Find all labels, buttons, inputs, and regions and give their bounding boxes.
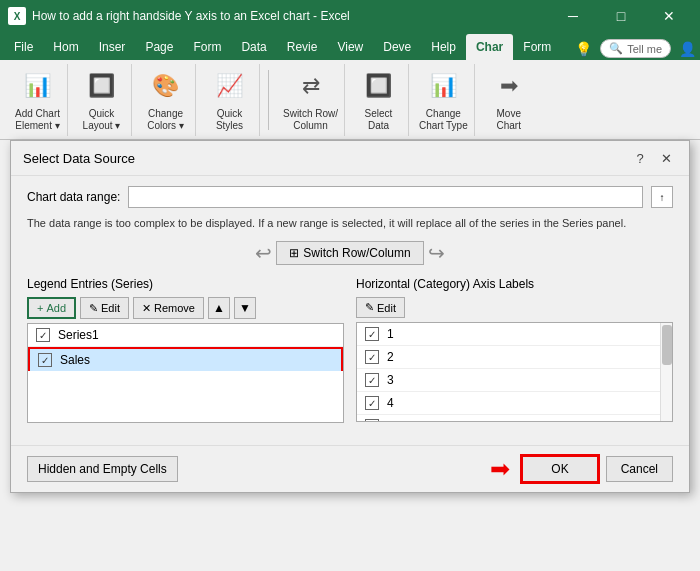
axis4-checkbox[interactable]: ✓ bbox=[365, 396, 379, 410]
cancel-button[interactable]: Cancel bbox=[606, 456, 673, 482]
close-button[interactable]: ✕ bbox=[646, 0, 692, 32]
ribbon-tabs: File Hom Inser Page Form Data Revie View… bbox=[0, 32, 700, 60]
title-bar: X How to add a right handside Y axis to … bbox=[0, 0, 700, 32]
change-type-label: ChangeChart Type bbox=[419, 108, 468, 132]
quick-styles-icon: 📈 bbox=[212, 68, 248, 104]
ribbon-group-quick-layout: 🔲 QuickLayout ▾ bbox=[72, 64, 132, 136]
ok-arrow-indicator: ➡ bbox=[490, 455, 510, 483]
switch-arrows: ↩ ⊞ Switch Row/Column ↪ bbox=[255, 241, 444, 265]
hidden-and-empty-cells-button[interactable]: Hidden and Empty Cells bbox=[27, 456, 178, 482]
right-arrow-icon: ↪ bbox=[428, 241, 445, 265]
lightbulb-icon: 💡 bbox=[575, 41, 592, 57]
sales-checkbox[interactable]: ✓ bbox=[38, 353, 52, 367]
series1-label: Series1 bbox=[58, 328, 99, 342]
switch-row-column-button[interactable]: ⊞ Switch Row/Column bbox=[276, 241, 423, 265]
switch-icon: ⇄ bbox=[293, 68, 329, 104]
edit-label: Edit bbox=[101, 302, 120, 314]
edit-axis-button[interactable]: ✎ Edit bbox=[356, 297, 405, 318]
change-type-icon: 📊 bbox=[425, 68, 461, 104]
axis-edit-icon: ✎ bbox=[365, 301, 374, 314]
tab-chart[interactable]: Char bbox=[466, 34, 513, 60]
tell-me-input[interactable]: 🔍 Tell me bbox=[600, 39, 671, 58]
add-chart-icon: 📊 bbox=[20, 68, 56, 104]
change-colors-label: ChangeColors ▾ bbox=[147, 108, 184, 132]
axis2-checkbox[interactable]: ✓ bbox=[365, 350, 379, 364]
tab-formulas[interactable]: Form bbox=[183, 34, 231, 60]
tab-developer[interactable]: Deve bbox=[373, 34, 421, 60]
series-item-series1[interactable]: ✓ Series1 bbox=[28, 324, 343, 347]
dialog-note: The data range is too complex to be disp… bbox=[27, 216, 673, 231]
tab-help[interactable]: Help bbox=[421, 34, 466, 60]
add-label: Add bbox=[46, 302, 66, 314]
user-icon: 👤 bbox=[679, 41, 696, 57]
add-series-button[interactable]: + Add bbox=[27, 297, 76, 319]
restore-button[interactable]: □ bbox=[598, 0, 644, 32]
axis-edit-label: Edit bbox=[377, 302, 396, 314]
quick-layout-icon: 🔲 bbox=[84, 68, 120, 104]
quick-layout-label: QuickLayout ▾ bbox=[83, 108, 121, 132]
series-item-sales[interactable]: ✓ Sales bbox=[28, 347, 343, 371]
axis-list: ✓ 1 ✓ 2 ✓ 3 ✓ 4 bbox=[356, 322, 673, 422]
minimize-button[interactable]: ─ bbox=[550, 0, 596, 32]
ribbon-group-quick-styles: 📈 QuickStyles bbox=[200, 64, 260, 136]
title-bar-title: How to add a right handside Y axis to an… bbox=[32, 9, 350, 23]
tab-format[interactable]: Form bbox=[513, 34, 561, 60]
legend-toolbar: + Add ✎ Edit ✕ Remove ▲ ▼ bbox=[27, 297, 344, 319]
remove-label: Remove bbox=[154, 302, 195, 314]
axis-column-label: Horizontal (Category) Axis Labels bbox=[356, 277, 673, 291]
axis1-checkbox[interactable]: ✓ bbox=[365, 327, 379, 341]
axis-item-3: ✓ 3 bbox=[357, 369, 672, 392]
switch-btn-label: Switch Row/Column bbox=[303, 246, 410, 260]
chart-range-input[interactable] bbox=[128, 186, 643, 208]
tab-data[interactable]: Data bbox=[231, 34, 276, 60]
ribbon-group-change-type: 📊 ChangeChart Type bbox=[413, 64, 475, 136]
select-data-source-dialog: Select Data Source ? ✕ Chart data range:… bbox=[10, 140, 690, 493]
axis3-checkbox[interactable]: ✓ bbox=[365, 373, 379, 387]
move-up-button[interactable]: ▲ bbox=[208, 297, 230, 319]
dialog-body: Chart data range: ↑ The data range is to… bbox=[11, 176, 689, 445]
move-chart-label: MoveChart bbox=[497, 108, 521, 132]
tab-page[interactable]: Page bbox=[135, 34, 183, 60]
axis-item-5: ✓ 5 bbox=[357, 415, 672, 422]
legend-entries-column: Legend Entries (Series) + Add ✎ Edit ✕ R… bbox=[27, 277, 344, 423]
dialog-close-button[interactable]: ✕ bbox=[655, 147, 677, 169]
tab-review[interactable]: Revie bbox=[277, 34, 328, 60]
ok-button[interactable]: OK bbox=[520, 454, 599, 484]
dialog-help-button[interactable]: ? bbox=[629, 147, 651, 169]
dialog-title: Select Data Source bbox=[23, 151, 135, 166]
axis-scroll-thumb bbox=[662, 325, 672, 365]
chart-range-row: Chart data range: ↑ bbox=[27, 186, 673, 208]
tab-file[interactable]: File bbox=[4, 34, 43, 60]
axis-item-1: ✓ 1 bbox=[357, 323, 672, 346]
series1-checkbox[interactable]: ✓ bbox=[36, 328, 50, 342]
ok-cancel-area: ➡ OK Cancel bbox=[490, 454, 673, 484]
tab-insert[interactable]: Inser bbox=[89, 34, 136, 60]
quick-styles-label: QuickStyles bbox=[216, 108, 243, 132]
switch-row-area: ↩ ⊞ Switch Row/Column ↪ bbox=[27, 241, 673, 265]
move-down-button[interactable]: ▼ bbox=[234, 297, 256, 319]
remove-icon: ✕ bbox=[142, 302, 151, 315]
ribbon-group-select-data: 🔲 SelectData bbox=[349, 64, 409, 136]
select-data-label: SelectData bbox=[365, 108, 393, 132]
chart-range-collapse-button[interactable]: ↑ bbox=[651, 186, 673, 208]
edit-icon: ✎ bbox=[89, 302, 98, 315]
axis5-checkbox[interactable]: ✓ bbox=[365, 419, 379, 422]
axis2-label: 2 bbox=[387, 350, 394, 364]
excel-icon: X bbox=[8, 7, 26, 25]
search-icon: 🔍 bbox=[609, 42, 623, 55]
dialog-footer: Hidden and Empty Cells ➡ OK Cancel bbox=[11, 445, 689, 492]
remove-series-button[interactable]: ✕ Remove bbox=[133, 297, 204, 319]
axis-scrollbar[interactable] bbox=[660, 323, 672, 421]
left-arrow-icon: ↩ bbox=[255, 241, 272, 265]
tab-home[interactable]: Hom bbox=[43, 34, 88, 60]
tab-view[interactable]: View bbox=[327, 34, 373, 60]
axis-item-2: ✓ 2 bbox=[357, 346, 672, 369]
two-column-layout: Legend Entries (Series) + Add ✎ Edit ✕ R… bbox=[27, 277, 673, 423]
title-bar-left: X How to add a right handside Y axis to … bbox=[8, 7, 350, 25]
axis-item-4: ✓ 4 bbox=[357, 392, 672, 415]
tell-me-label: Tell me bbox=[627, 43, 662, 55]
series-list: ✓ Series1 ✓ Sales bbox=[27, 323, 344, 423]
edit-series-button[interactable]: ✎ Edit bbox=[80, 297, 129, 319]
sales-label: Sales bbox=[60, 353, 90, 367]
axis3-label: 3 bbox=[387, 373, 394, 387]
